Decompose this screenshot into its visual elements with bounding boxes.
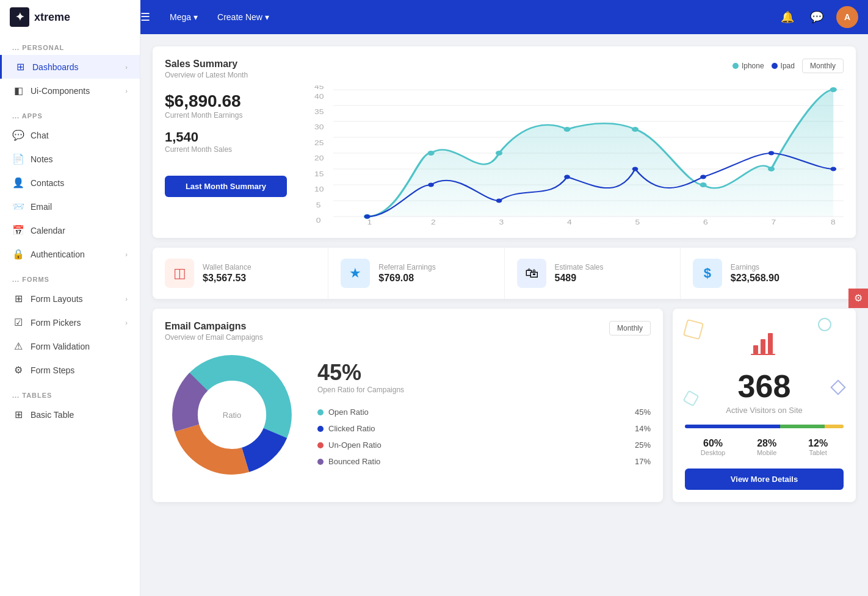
stat-card-earnings: $ Earnings $23,568.90 [681, 248, 856, 299]
legend-dot-iphone [732, 63, 739, 69]
email-campaigns-title-group: Email Campaigns Overview of Email Campai… [165, 321, 263, 342]
referral-info: Referral Earnings $769.08 [378, 263, 435, 284]
shopping-icon: 🛍 [525, 265, 538, 281]
sidebar-item-email[interactable]: 📨 Email [0, 195, 140, 218]
chevron-right-icon: › [125, 251, 128, 258]
earnings-icon-wrap: $ [693, 259, 722, 288]
sales-label: Current Month Sales [165, 145, 287, 154]
svg-point-39 [632, 167, 638, 171]
sidebar-item-basic-table[interactable]: ⊞ Basic Table [0, 403, 140, 426]
settings-tab[interactable]: ⚙ [848, 289, 868, 308]
sidebar-item-chat[interactable]: 💬 Chat [0, 123, 140, 147]
campaign-stats: 45% Open Ratio for Campaigns Open Ratio … [317, 360, 651, 470]
breakdown-desktop: 60% Desktop [701, 438, 725, 456]
sidebar-label: Form Validation [31, 342, 128, 351]
stat-card-estimate: 🛍 Estimate Sales 5489 [505, 248, 681, 299]
estimate-icon-wrap: 🛍 [517, 259, 546, 288]
main-content: Sales Summary Overview of Latest Month I… [140, 34, 868, 596]
svg-text:5: 5 [316, 202, 321, 209]
earnings-info: Earnings $23,568.90 [731, 263, 779, 284]
dot-clicked [317, 426, 324, 432]
svg-text:8: 8 [831, 219, 836, 226]
svg-point-40 [700, 175, 706, 179]
sales-summary-title-group: Sales Summary Overview of Latest Month [165, 59, 248, 79]
sidebar-label: Calendar [31, 226, 128, 235]
sidebar-item-contacts[interactable]: 👤 Contacts [0, 171, 140, 195]
chevron-right-icon: › [125, 319, 128, 326]
email-campaigns-title: Email Campaigns [165, 321, 263, 332]
navbar-mega[interactable]: Mega ▾ [165, 9, 203, 26]
chevron-right-icon: › [125, 87, 128, 95]
navbar-create-new[interactable]: Create New ▾ [212, 9, 274, 26]
sidebar: ... PERSONAL ⊞ Dashboards › ◧ Ui-Compone… [0, 34, 140, 596]
deco-circle-1 [818, 318, 831, 331]
last-month-summary-button[interactable]: Last Month Summary [165, 176, 287, 197]
hamburger-icon[interactable]: ☰ [140, 10, 150, 24]
auth-icon: 🔒 [12, 248, 24, 260]
visitors-chart-icon [748, 327, 780, 365]
sales-summary-title: Sales Summary [165, 59, 248, 70]
view-more-button[interactable]: View More Details [685, 469, 844, 490]
svg-rect-48 [753, 345, 758, 354]
chevron-down-icon: ▾ [193, 12, 198, 22]
svg-text:45: 45 [314, 85, 324, 90]
sidebar-item-ui-components[interactable]: ◧ Ui-Components › [0, 79, 140, 102]
breakdown-mobile: 28% Mobile [757, 438, 776, 456]
sidebar-item-form-validation[interactable]: ⚠ Form Validation [0, 334, 140, 358]
bell-button[interactable]: 🔔 [778, 7, 797, 27]
campaign-stat-open: Open Ratio 45% [317, 404, 651, 420]
sidebar-item-calendar[interactable]: 📅 Calendar [0, 218, 140, 242]
sales-summary-header: Sales Summary Overview of Latest Month I… [165, 59, 844, 79]
line-chart-svg: 0 5 10 15 20 25 30 35 40 45 1 2 3 [299, 85, 844, 226]
visitors-count: 368 [738, 370, 791, 402]
svg-text:1: 1 [367, 219, 372, 226]
referral-icon-wrap: ★ [341, 259, 370, 288]
svg-point-28 [427, 151, 434, 156]
sidebar-item-authentication[interactable]: 🔒 Authentication › [0, 242, 140, 266]
donut-label: Ratio [223, 411, 241, 420]
svg-text:15: 15 [314, 171, 324, 178]
star-icon: ★ [349, 265, 361, 281]
svg-point-33 [768, 167, 775, 171]
svg-point-34 [830, 87, 837, 92]
sidebar-label: Form Layouts [31, 294, 119, 304]
contacts-icon: 👤 [12, 177, 24, 188]
campaign-stat-clicked: Clicked Ratio 14% [317, 420, 651, 437]
sidebar-label: Basic Table [31, 410, 128, 420]
wallet-info: Wallet Balance $3,567.53 [203, 263, 251, 284]
chat-button[interactable]: 💬 [807, 7, 826, 27]
bar-chart-icon [748, 327, 780, 359]
sales-chart: 0 5 10 15 20 25 30 35 40 45 1 2 3 [299, 85, 844, 226]
sidebar-item-form-pickers[interactable]: ☑ Form Pickers › [0, 311, 140, 334]
avatar[interactable]: A [836, 6, 858, 28]
sidebar-label: Email [31, 202, 128, 212]
navbar-icons: 🔔 💬 A [778, 6, 858, 28]
sidebar-item-form-layouts[interactable]: ⊞ Form Layouts › [0, 287, 140, 311]
monthly-button[interactable]: Monthly [802, 59, 844, 73]
chat-icon: 💬 [12, 129, 24, 141]
settings-icon: ⚙ [854, 292, 863, 304]
sales-body: $6,890.68 Current Month Earnings 1,540 C… [165, 85, 844, 226]
sidebar-item-dashboards[interactable]: ⊞ Dashboards › [0, 55, 140, 79]
svg-text:7: 7 [772, 219, 776, 226]
campaigns-monthly-button[interactable]: Monthly [609, 321, 651, 336]
deco-diamond-1 [830, 379, 845, 395]
legend-iphone: Iphone [732, 62, 764, 70]
visitors-label: Active Visitors on Site [726, 406, 802, 415]
sidebar-label: Ui-Components [31, 86, 119, 96]
sidebar-label: Dashboards [32, 62, 119, 72]
calendar-icon: 📅 [12, 224, 24, 236]
form-validation-icon: ⚠ [12, 340, 24, 352]
dollar-icon: $ [704, 265, 711, 281]
navbar: ✦ xtreme ☰ Mega ▾ Create New ▾ 🔔 💬 A [0, 0, 868, 34]
svg-text:40: 40 [314, 93, 324, 101]
earnings-label: Current Month Earnings [165, 111, 287, 120]
svg-text:0: 0 [316, 217, 321, 224]
svg-rect-51 [751, 354, 775, 355]
svg-point-35 [364, 215, 371, 219]
sidebar-item-notes[interactable]: 📄 Notes [0, 147, 140, 171]
layout: ... PERSONAL ⊞ Dashboards › ◧ Ui-Compone… [0, 34, 868, 596]
chart-legend: Iphone Ipad [732, 62, 795, 70]
sidebar-item-form-steps[interactable]: ⚙ Form Steps [0, 358, 140, 382]
visitors-progress-bar [685, 425, 844, 428]
